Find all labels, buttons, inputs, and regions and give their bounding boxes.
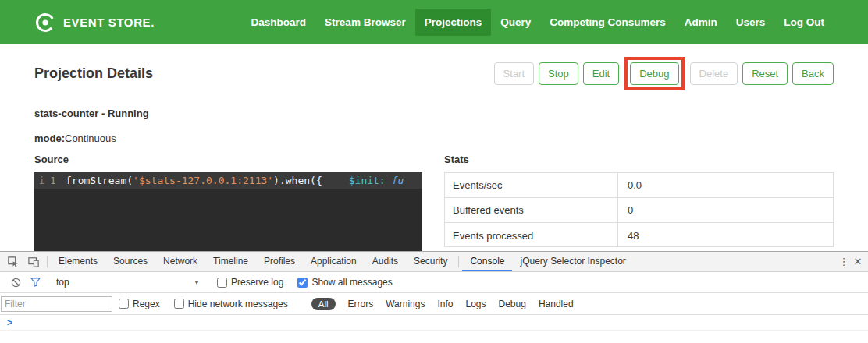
console-filterbar: Regex Hide network messages All Errors W…: [0, 293, 868, 315]
top-navbar: EVENT STORE. Dashboard Stream Browser Pr…: [0, 0, 868, 44]
show-all-messages-input[interactable]: [297, 278, 308, 288]
console-input-row[interactable]: >: [0, 315, 868, 331]
mode-label: mode:: [34, 133, 65, 144]
filter-input[interactable]: [1, 296, 112, 312]
nav-users[interactable]: Users: [727, 9, 775, 36]
close-devtools-icon[interactable]: ✕: [851, 256, 865, 267]
level-filter-handled[interactable]: Handled: [539, 299, 574, 309]
tabbar-right-controls: ⋮ ✕: [837, 256, 865, 267]
nav-logout[interactable]: Log Out: [774, 9, 834, 36]
preserve-log-checkbox[interactable]: Preserve log: [217, 277, 283, 288]
source-label: Source: [34, 154, 422, 165]
mode-value: Continuous: [65, 133, 116, 144]
level-filter-debug[interactable]: Debug: [499, 299, 526, 309]
inspect-element-icon[interactable]: [3, 252, 23, 271]
source-code-editor[interactable]: i 1 fromStream('$stats-127.0.0.1:2113').…: [34, 172, 422, 251]
nav-query[interactable]: Query: [491, 9, 540, 36]
code-line-1: i 1 fromStream('$stats-127.0.0.1:2113').…: [34, 172, 422, 189]
delete-button[interactable]: Delete: [690, 62, 738, 85]
code-when: ).when({: [273, 175, 322, 186]
filter-funnel-icon[interactable]: [26, 278, 45, 287]
debug-highlight-box: Debug: [624, 57, 684, 90]
code-text: fromStream('$stats-127.0.0.1:2113').when…: [66, 175, 404, 186]
console-prompt-icon: >: [0, 317, 12, 328]
stat-name: Events/sec: [445, 173, 618, 197]
execution-context-selector[interactable]: top ▼: [53, 275, 203, 289]
device-toolbar-icon[interactable]: [23, 252, 44, 271]
devtools-panel: Elements Sources Network Timeline Profil…: [0, 251, 868, 343]
start-button[interactable]: Start: [494, 62, 534, 85]
main-nav: Dashboard Stream Browser Projections Que…: [242, 9, 834, 36]
preserve-log-input[interactable]: [217, 278, 227, 288]
show-all-messages-label: Show all messages: [311, 277, 392, 288]
stat-value: 0: [618, 198, 633, 222]
tab-jquery-selector-inspector[interactable]: jQuery Selector Inspector: [512, 252, 633, 271]
level-filter-warnings[interactable]: Warnings: [386, 299, 425, 309]
overflow-menu-icon[interactable]: ⋮: [837, 256, 851, 267]
projection-details-page: Projection Details Start Stop Edit Debug…: [0, 55, 868, 251]
console-output-area[interactable]: >: [0, 315, 868, 343]
regex-input[interactable]: [119, 299, 129, 309]
tab-security[interactable]: Security: [406, 252, 455, 271]
devtools-tabbar: Elements Sources Network Timeline Profil…: [0, 252, 868, 272]
tab-application[interactable]: Application: [303, 252, 365, 271]
nav-admin[interactable]: Admin: [675, 9, 727, 36]
chevron-down-icon: ▼: [194, 279, 200, 286]
nav-competing-consumers[interactable]: Competing Consumers: [540, 9, 675, 36]
stat-name: Buffered events: [445, 198, 618, 222]
table-row: Buffered events 0: [445, 198, 833, 223]
table-row: Events/sec 0.0: [445, 173, 833, 198]
code-init-key: $init:: [349, 175, 386, 186]
hide-network-input[interactable]: [174, 299, 184, 309]
tab-timeline[interactable]: Timeline: [205, 252, 256, 271]
brand-name: EVENT STORE.: [63, 16, 155, 29]
level-filter-all[interactable]: All: [311, 298, 336, 310]
detail-columns: Source i 1 fromStream('$stats-127.0.0.1:…: [34, 154, 834, 251]
eventstore-logo[interactable]: EVENT STORE.: [34, 12, 155, 34]
level-filter-info[interactable]: Info: [437, 299, 453, 309]
code-init-value: fu: [392, 175, 404, 186]
context-value: top: [56, 277, 69, 288]
hide-network-label: Hide network messages: [188, 299, 288, 309]
page-header: Projection Details Start Stop Edit Debug…: [34, 55, 834, 91]
clear-console-icon[interactable]: [6, 278, 26, 288]
mode-row: mode:Continuous: [34, 133, 834, 144]
eventstore-logo-icon: [34, 12, 56, 34]
tab-network[interactable]: Network: [155, 252, 205, 271]
code-stream-string: '$stats-127.0.0.1:2113': [133, 175, 273, 186]
hide-network-messages-checkbox[interactable]: Hide network messages: [174, 299, 288, 309]
stats-column: Stats Events/sec 0.0 Buffered events 0 E…: [444, 154, 834, 251]
stop-button[interactable]: Stop: [539, 62, 578, 85]
action-buttons: Start Stop Edit Debug Delete Reset Back: [494, 57, 834, 90]
regex-checkbox[interactable]: Regex: [119, 299, 160, 309]
level-filter-errors[interactable]: Errors: [348, 299, 374, 309]
reset-button[interactable]: Reset: [742, 62, 788, 85]
nav-stream-browser[interactable]: Stream Browser: [315, 9, 415, 36]
gutter-info-icon: i: [39, 175, 44, 186]
tab-console[interactable]: Console: [462, 252, 512, 271]
tab-elements[interactable]: Elements: [51, 252, 105, 271]
editor-gutter: i 1: [34, 175, 66, 186]
page-title: Projection Details: [34, 65, 153, 82]
nav-projections[interactable]: Projections: [415, 9, 492, 36]
tab-profiles[interactable]: Profiles: [256, 252, 303, 271]
back-button[interactable]: Back: [792, 62, 834, 85]
tab-sources[interactable]: Sources: [105, 252, 155, 271]
line-number: 1: [50, 175, 55, 186]
debug-button[interactable]: Debug: [630, 62, 678, 85]
tabbar-divider: [47, 256, 48, 267]
stats-table: Events/sec 0.0 Buffered events 0 Events …: [444, 172, 834, 247]
stat-value: 48: [618, 223, 639, 247]
regex-label: Regex: [133, 299, 160, 309]
nav-dashboard[interactable]: Dashboard: [242, 9, 316, 36]
projection-status: stats-counter - Running: [34, 108, 834, 119]
show-all-messages-checkbox[interactable]: Show all messages: [297, 277, 392, 288]
stat-value: 0.0: [618, 173, 642, 197]
stats-label: Stats: [444, 154, 834, 165]
code-call: fromStream(: [66, 175, 133, 186]
edit-button[interactable]: Edit: [583, 62, 619, 85]
stat-name: Events processed: [445, 223, 618, 247]
table-row: Events processed 48: [445, 223, 833, 247]
level-filter-logs[interactable]: Logs: [465, 299, 486, 309]
tab-audits[interactable]: Audits: [365, 252, 406, 271]
